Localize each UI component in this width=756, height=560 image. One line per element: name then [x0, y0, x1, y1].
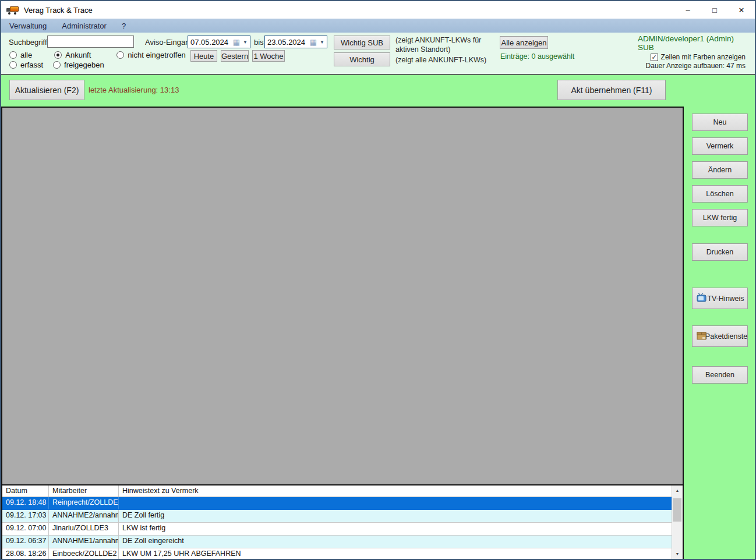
cell-mitarbeiter: ANNAHME2/annahme2 [49, 510, 119, 522]
neu-button[interactable]: Neu [692, 114, 748, 131]
title-bar: Verag Track & Trace – □ ✕ [1, 1, 755, 19]
scrollbar-thumb[interactable] [673, 498, 681, 522]
table-row[interactable]: 28.08. 18:26 Einboeck/ZOLLDE2 LKW UM 17,… [2, 548, 672, 559]
table-row[interactable]: 09.12. 17:03 ANNAHME2/annahme2 DE Zoll f… [2, 510, 672, 523]
last-refresh-text: letzte Aktualisierung: 13:13 [89, 86, 179, 94]
menu-bar: Verwaltung Administrator ? [1, 19, 755, 33]
table-scrollbar[interactable]: ▲ ▼ [672, 485, 683, 559]
list-canvas[interactable] [1, 107, 684, 484]
radio-freigegeben[interactable] [53, 61, 61, 69]
table-row[interactable]: 09.12. 06:37 ANNAHME1/annahme1 DE Zoll e… [2, 536, 672, 548]
bis-label: bis [254, 38, 264, 47]
cell-hinweis [119, 497, 672, 509]
radio-nicht-eingetroffen[interactable] [116, 51, 124, 59]
cell-mitarbeiter: Einboeck/ZOLLDE2 [49, 548, 119, 559]
date-to-picker[interactable]: 23.05.2024 ▦ ▼ [264, 36, 327, 48]
radio-alle[interactable] [9, 51, 17, 59]
radio-ankunft[interactable] [54, 51, 62, 59]
radio-freigegeben-label: freigegeben [64, 61, 104, 69]
aendern-button[interactable]: Ändern [692, 161, 748, 179]
table-row[interactable]: 09.12. 07:00 Jinariu/ZOLLDE3 LKW ist fer… [2, 523, 672, 536]
gestern-button[interactable]: Gestern [221, 50, 249, 62]
package-icon [697, 331, 707, 342]
cell-datum: 09.12. 06:37 [2, 536, 49, 548]
wichtig-sub-button[interactable]: Wichtig SUB [334, 36, 390, 49]
col-datum[interactable]: Datum [2, 485, 49, 497]
lkw-fertig-button[interactable]: LKW fertig [692, 209, 748, 226]
app-window: Verag Track & Trace – □ ✕ Verwaltung Adm… [0, 0, 756, 560]
maximize-icon[interactable]: □ [701, 1, 728, 19]
colors-checkbox[interactable]: ✓ [651, 54, 658, 61]
scroll-down-icon[interactable]: ▼ [672, 549, 683, 559]
chevron-down-icon: ▼ [320, 40, 324, 45]
drucken-button[interactable]: Drucken [692, 243, 748, 261]
main-region: Datum Mitarbeiter Hinweistext zu Vermerk… [1, 107, 684, 560]
radio-alle-label: alle [20, 51, 32, 59]
search-label: Suchbegriff [9, 38, 47, 47]
cell-hinweis: DE Zoll eingereicht [119, 536, 672, 548]
wichtig-sub-description: (zeigt ANKUNFT-LKWs für aktiven Standort… [395, 36, 503, 54]
chevron-down-icon: ▼ [243, 40, 248, 45]
search-input[interactable] [47, 36, 134, 48]
sidebar: Neu Vermerk Ändern Löschen LKW fertig Dr… [684, 107, 756, 560]
cell-hinweis: LKW UM 17,25 UHR ABGEFAHREN [119, 548, 672, 559]
radio-nicht-eingetroffen-label: nicht eingetroffen [128, 51, 186, 59]
wichtig-button[interactable]: Wichtig [334, 52, 390, 66]
paketdienste-label: Paketdienste [705, 332, 747, 341]
close-icon[interactable]: ✕ [728, 1, 755, 19]
date-from-picker[interactable]: 07.05.2024 ▦ ▼ [188, 36, 250, 48]
aktualisieren-button[interactable]: Aktualisieren (F2) [9, 80, 84, 100]
entries-status: Einträge: 0 ausgewählt [500, 52, 574, 61]
aviso-eingang-label: Aviso-Eingang [145, 38, 194, 47]
user-name: ADMIN/developer1 (Admin) [638, 34, 746, 43]
cell-mitarbeiter: Reinprecht/ZOLLDE1 [49, 497, 119, 509]
colors-checkbox-label: Zeilen mit Farben anzeigen [661, 53, 746, 61]
cell-datum: 28.08. 18:26 [2, 548, 49, 559]
date-to-value: 23.05.2024 [267, 38, 305, 47]
col-hinweistext[interactable]: Hinweistext zu Vermerk [119, 485, 672, 497]
menu-help[interactable]: ? [122, 22, 126, 30]
table-row[interactable]: 09.12. 18:48 Reinprecht/ZOLLDE1 [2, 497, 672, 510]
vermerk-button[interactable]: Vermerk [692, 137, 748, 155]
calendar-icon: ▦ [233, 38, 240, 46]
render-duration: Dauer Anzeige aufbauen: 47 ms [638, 62, 746, 70]
eine-woche-button[interactable]: 1 Woche [252, 50, 285, 62]
beenden-button[interactable]: Beenden [692, 366, 748, 384]
menu-verwaltung[interactable]: Verwaltung [9, 22, 47, 30]
paketdienste-button[interactable]: Paketdienste [692, 325, 748, 347]
heute-button[interactable]: Heute [190, 50, 217, 62]
action-bar: Aktualisieren (F2) letzte Aktualisierung… [1, 75, 755, 107]
akt-uebernehmen-button[interactable]: Akt übernehmen (F11) [557, 80, 666, 100]
alle-anzeigen-button[interactable]: Alle anzeigen [500, 36, 548, 49]
tv-icon [697, 293, 708, 304]
radio-erfasst-label: erfasst [20, 61, 43, 69]
user-info-block: ADMIN/developer1 (Admin) SUB ✓ Zeilen mi… [638, 34, 746, 70]
cell-datum: 09.12. 07:00 [2, 523, 49, 535]
col-mitarbeiter[interactable]: Mitarbeiter [49, 485, 119, 497]
table-header: Datum Mitarbeiter Hinweistext zu Vermerk [2, 485, 672, 497]
radio-ankunft-label: Ankunft [65, 51, 91, 59]
tv-hinweis-label: TV-Hinweis [707, 295, 744, 303]
radio-erfasst[interactable] [9, 61, 17, 69]
truck-app-icon [6, 6, 19, 15]
filter-panel: Suchbegriff alle Ankunft nicht eingetrof… [1, 33, 755, 75]
cell-hinweis: DE Zoll fertig [119, 510, 672, 522]
tv-hinweis-button[interactable]: TV-Hinweis [692, 288, 748, 309]
vermerk-table: Datum Mitarbeiter Hinweistext zu Vermerk… [1, 484, 684, 560]
cell-mitarbeiter: ANNAHME1/annahme1 [49, 536, 119, 548]
scroll-up-icon[interactable]: ▲ [672, 485, 683, 495]
menu-administrator[interactable]: Administrator [62, 22, 107, 30]
cell-datum: 09.12. 17:03 [2, 510, 49, 522]
user-sub: SUB [638, 43, 746, 52]
window-title: Verag Track & Trace [24, 6, 93, 15]
cell-datum: 09.12. 18:48 [2, 497, 49, 509]
date-from-value: 07.05.2024 [190, 38, 228, 47]
calendar-icon: ▦ [310, 38, 317, 46]
loeschen-button[interactable]: Löschen [692, 185, 748, 203]
cell-hinweis: LKW ist fertig [119, 523, 672, 535]
cell-mitarbeiter: Jinariu/ZOLLDE3 [49, 523, 119, 535]
minimize-icon[interactable]: – [674, 1, 701, 19]
